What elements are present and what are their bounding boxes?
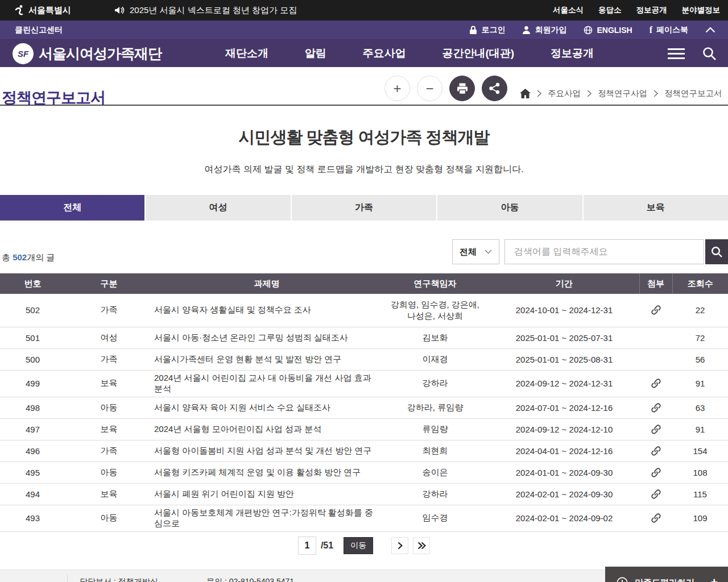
nav-item-notice[interactable]: 알림 (305, 46, 326, 61)
announcement-text: 2025년 서울시 넥스트로컬 청년 창업가 모집 (130, 5, 297, 16)
toplink-eungdapso[interactable]: 응답소 (598, 5, 622, 15)
search-category-select[interactable]: 전체 (452, 239, 499, 264)
col-category: 구분 (65, 273, 152, 294)
last-page-button[interactable] (413, 537, 430, 554)
attachment-link-icon[interactable] (650, 377, 662, 389)
breadcrumb-item-2[interactable]: 정책연구사업 (598, 88, 647, 99)
row-number: 501 (0, 327, 65, 348)
table-row: 497 보육 2024년 서울형 모아어린이집 사업 성과 분석 류임량 202… (0, 418, 728, 440)
row-researcher: 임수경 (381, 505, 489, 531)
row-views: 91 (672, 418, 728, 440)
row-title-link[interactable]: 서울형 키즈카페 체계적 운영 및 이용 활성화 방안 연구 (152, 462, 381, 483)
seoul-gov-topbar: 서울특별시 2025년 서울시 넥스트로컬 청년 창업가 모집 서울소식 응답소… (0, 0, 728, 20)
foundation-logo[interactable]: SF 서울시여성가족재단 (13, 43, 162, 64)
attachment-link-icon[interactable] (650, 512, 662, 524)
row-category: 보육 (65, 483, 152, 505)
category-tabs: 전체 여성 가족 아동 보육 (0, 195, 728, 221)
nav-search-icon[interactable] (702, 46, 717, 61)
program-subheading: 여성가족 의제 발굴 및 정책 로드맵을 개발하고 현장 맞춤형 정책을 지원합… (0, 164, 728, 176)
tab-women[interactable]: 여성 (146, 195, 290, 221)
menu-hamburger-icon[interactable] (668, 45, 685, 62)
col-period: 기간 (489, 273, 639, 294)
nav-item-info-disclosure[interactable]: 정보공개 (551, 46, 594, 61)
row-title-link[interactable]: 서울시 양육자 육아 지원 서비스 수요 실태조사 (152, 397, 381, 418)
attachment-link-icon[interactable] (650, 402, 662, 414)
nav-item-about[interactable]: 재단소개 (225, 46, 268, 61)
row-title-link[interactable]: 2024년 서울형 모아어린이집 사업 성과 분석 (152, 418, 381, 440)
announcement[interactable]: 2025년 서울시 넥스트로컬 청년 창업가 모집 (114, 5, 297, 16)
attachment-link-icon[interactable] (650, 445, 662, 457)
table-row: 498 아동 서울시 양육자 육아 지원 서비스 수요 실태조사 강하라, 류임… (0, 397, 728, 418)
collapse-utilbar-button[interactable] (705, 27, 715, 33)
nav-item-space-rental[interactable]: 공간안내(대관) (442, 46, 514, 61)
breadcrumb-item-3[interactable]: 정책연구보고서 (664, 88, 722, 99)
print-button[interactable] (449, 76, 475, 101)
printer-icon (456, 82, 469, 95)
attachment-link-icon[interactable] (650, 304, 662, 316)
search-input[interactable] (505, 240, 704, 264)
satisfaction-label: 만족도평가하기 (635, 577, 694, 582)
double-chevron-right-icon (417, 542, 426, 550)
col-attachment: 첨부 (639, 273, 672, 294)
row-researcher: 이재경 (381, 348, 489, 370)
page-number-input[interactable] (298, 537, 316, 555)
table-row: 501 여성 서울시 아동·청소년 온라인 그루밍 성범죄 실태조사 김보화 2… (0, 327, 728, 348)
satisfaction-survey-button[interactable]: 만족도평가하기 + (605, 567, 728, 582)
next-page-button[interactable] (391, 537, 408, 554)
row-researcher: 강하라 (381, 370, 489, 397)
tab-all[interactable]: 전체 (0, 195, 144, 221)
row-category: 여성 (65, 327, 152, 348)
attachment-link-icon[interactable] (650, 423, 662, 435)
seoul-emblem-icon (15, 5, 25, 16)
login-link[interactable]: 로그인 (469, 25, 505, 35)
tab-childcare[interactable]: 보육 (584, 195, 728, 221)
row-category: 아동 (65, 462, 152, 483)
row-researcher: 최현희 (381, 440, 489, 462)
facebook-icon: f (650, 25, 652, 35)
row-views: 154 (672, 440, 728, 462)
row-views: 115 (672, 483, 728, 505)
go-page-button[interactable]: 이동 (344, 537, 373, 554)
breadcrumb-item-1[interactable]: 주요사업 (548, 88, 581, 99)
chevron-down-icon (485, 250, 492, 254)
toplink-info-disclosure[interactable]: 정보공개 (636, 5, 667, 15)
zoom-out-button[interactable]: − (417, 76, 442, 101)
attachment-link-icon[interactable] (650, 488, 662, 500)
row-title-link[interactable]: 서울시 아동·청소년 온라인 그루밍 성범죄 실태조사 (152, 327, 381, 348)
tab-family[interactable]: 가족 (292, 195, 436, 221)
zoom-in-button[interactable]: + (384, 76, 410, 101)
table-row: 494 보육 서울시 폐원 위기 어린이집 지원 방안 강하라 2024-02-… (0, 483, 728, 505)
toplink-seoul-news[interactable]: 서울소식 (553, 5, 584, 15)
tab-children[interactable]: 아동 (437, 195, 582, 221)
attachment-link-icon[interactable] (650, 467, 662, 479)
row-title-link[interactable]: 서울형 아이돌봄비 지원 사업 성과 분석 및 개선 방안 연구 (152, 440, 381, 462)
row-period: 2024-07-01 ~ 2024-12-16 (489, 397, 639, 418)
nav-item-main-business[interactable]: 주요사업 (363, 46, 406, 61)
home-icon[interactable] (520, 89, 531, 98)
row-title-link[interactable]: 서울시가족센터 운영 현황 분석 및 발전 방안 연구 (152, 348, 381, 370)
toplink-by-field[interactable]: 분야별정보 (682, 5, 721, 15)
row-title-link[interactable]: 2024년 서울시 어린이집 교사 대 아동비율 개선 사업 효과 분석 (152, 370, 381, 397)
row-researcher: 강하라, 류임량 (381, 397, 489, 418)
row-number: 499 (0, 370, 65, 397)
row-views: 22 (672, 294, 728, 327)
row-title-link[interactable]: 서울시 아동보호체계 개편방안 연구:가정위탁 활성화를 중심으로 (152, 505, 381, 531)
share-button[interactable] (482, 76, 507, 101)
facebook-link[interactable]: f 페이스북 (650, 25, 688, 35)
list-controls: 총 502개의 글 전체 (0, 239, 728, 264)
search-button[interactable] (705, 239, 728, 264)
table-row: 500 가족 서울시가족센터 운영 현황 분석 및 발전 방안 연구 이재경 2… (0, 348, 728, 370)
join-link[interactable]: 회원가입 (522, 25, 566, 35)
clean-report-center-link[interactable]: 클린신고센터 (15, 25, 63, 35)
total-count: 총 502개의 글 (2, 252, 55, 263)
seoul-city-logo[interactable]: 서울특별시 (15, 5, 71, 16)
row-category: 보육 (65, 418, 152, 440)
row-period: 2024-10-01 ~ 2024-12-31 (489, 294, 639, 327)
english-link[interactable]: ENGLISH (584, 26, 632, 35)
foundation-name: 서울시여성가족재단 (39, 44, 162, 63)
breadcrumb: 주요사업 정책연구사업 정책연구보고서 (520, 88, 722, 99)
row-title-link[interactable]: 서울시 양육자 생활실태 및 정책수요 조사 (152, 294, 381, 327)
row-researcher: 강희영, 임수경, 강은애, 나성은, 서상희 (381, 294, 489, 327)
row-title-link[interactable]: 서울시 폐원 위기 어린이집 지원 방안 (152, 483, 381, 505)
seoul-city-label: 서울특별시 (28, 5, 71, 16)
